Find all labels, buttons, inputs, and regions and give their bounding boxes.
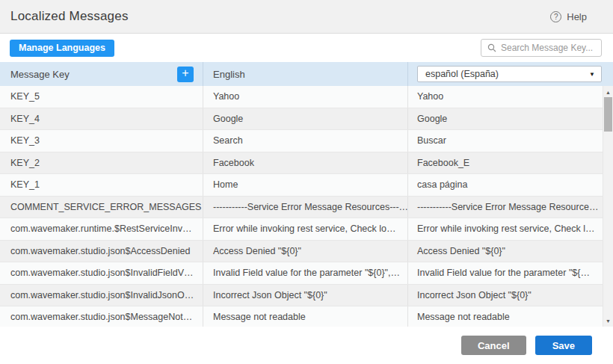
column-header-english: English (203, 62, 408, 86)
localized-messages-dialog: Localized Messages ? Help Manage Languag… (0, 0, 613, 364)
table-row: com.wavemaker.runtime.$RestServiceInv… E… (0, 218, 603, 241)
chevron-down-icon: ▼ (589, 71, 595, 78)
add-language-button[interactable]: + (177, 67, 194, 82)
language-select[interactable]: español (España) ▼ (417, 66, 602, 82)
table-row: KEY_5 Yahoo Yahoo (0, 86, 603, 108)
cell-key: com.wavemaker.studio.json$InvalidFieldV… (0, 262, 203, 284)
cell-english[interactable]: Message not readable (203, 306, 408, 327)
search-input[interactable] (501, 43, 595, 53)
table-row: com.wavemaker.studio.json$InvalidJsonO… … (0, 285, 603, 307)
search-box (481, 39, 602, 57)
table-row: KEY_4 Google Google (0, 108, 603, 131)
cell-key: com.wavemaker.studio.json$AccessDenied (0, 241, 203, 262)
cell-translation[interactable]: Incorrect Json Object "${0}" (408, 285, 603, 306)
cancel-button[interactable]: Cancel (461, 336, 526, 355)
cell-translation[interactable]: Yahoo (408, 86, 603, 108)
cell-english[interactable]: -----------Service Error Message Resourc… (203, 197, 408, 218)
scrollbar-thumb[interactable] (604, 97, 612, 132)
column-header-message-key: Message Key + (0, 62, 203, 86)
english-label: English (213, 69, 245, 80)
cell-translation[interactable]: -----------Service Error Message Resourc… (408, 197, 603, 218)
table-row: KEY_2 Facebook Facebook_E (0, 152, 603, 175)
table-row: com.wavemaker.studio.json$MessageNot… Me… (0, 306, 603, 327)
cell-english[interactable]: Search (203, 130, 408, 152)
cell-key: com.wavemaker.runtime.$RestServiceInv… (0, 218, 203, 240)
cell-translation[interactable]: casa página (408, 174, 603, 196)
table-row: KEY_3 Search Buscar (0, 130, 603, 152)
vertical-scrollbar[interactable]: ▲ ▼ (603, 86, 613, 327)
help-label: Help (567, 11, 587, 22)
cell-key: KEY_2 (0, 152, 203, 174)
help-button[interactable]: ? Help (550, 11, 587, 22)
toolbar: Manage Languages (0, 34, 613, 62)
table-row: COMMENT_SERVICE_ERROR_MESSAGES ---------… (0, 197, 603, 219)
footer: Cancel Save (0, 327, 613, 364)
cell-english[interactable]: Facebook (203, 152, 408, 174)
table-row: KEY_1 Home casa página (0, 174, 603, 197)
cell-english[interactable]: Yahoo (203, 86, 408, 108)
cell-translation[interactable]: Facebook_E (408, 152, 603, 174)
cell-key: KEY_5 (0, 86, 203, 108)
manage-languages-button[interactable]: Manage Languages (10, 40, 114, 57)
column-header-language: español (España) ▼ (408, 62, 613, 86)
message-key-label: Message Key (10, 69, 70, 80)
cell-translation[interactable]: Error while invoking rest service, Check… (408, 218, 603, 240)
cell-key: KEY_4 (0, 108, 203, 130)
search-icon (487, 43, 496, 52)
save-button[interactable]: Save (535, 336, 592, 355)
cell-key: com.wavemaker.studio.json$MessageNot… (0, 306, 203, 327)
cell-key: KEY_3 (0, 130, 203, 152)
language-select-value: español (España) (425, 69, 499, 79)
table-header: Message Key + English español (España) ▼ (0, 62, 613, 86)
cell-english[interactable]: Home (203, 174, 408, 196)
cell-key: KEY_1 (0, 174, 203, 196)
cell-english[interactable]: Error while invoking rest service, Check… (203, 218, 408, 240)
scroll-down-icon[interactable]: ▼ (603, 316, 613, 325)
cell-translation[interactable]: Message not readable (408, 306, 603, 327)
cell-english[interactable]: Invalid Field value for the parameter "$… (203, 262, 408, 284)
cell-translation[interactable]: Invalid Field value for the parameter "$… (408, 262, 603, 284)
cell-translation[interactable]: Buscar (408, 130, 603, 152)
plus-icon: + (182, 67, 188, 79)
title-bar: Localized Messages ? Help (0, 0, 613, 34)
page-title: Localized Messages (10, 9, 129, 24)
help-question-icon: ? (550, 11, 561, 22)
table-body: KEY_5 Yahoo Yahoo KEY_4 Google Google KE… (0, 86, 603, 327)
scroll-up-icon[interactable]: ▲ (603, 87, 613, 96)
cell-english[interactable]: Google (203, 108, 408, 130)
table-row: com.wavemaker.studio.json$InvalidFieldV…… (0, 262, 603, 285)
table-row: com.wavemaker.studio.json$AccessDenied A… (0, 241, 603, 263)
cell-english[interactable]: Access Denied "${0}" (203, 241, 408, 262)
cell-translation[interactable]: Google (408, 108, 603, 130)
table-body-viewport: KEY_5 Yahoo Yahoo KEY_4 Google Google KE… (0, 86, 613, 327)
cell-key: com.wavemaker.studio.json$InvalidJsonO… (0, 285, 203, 306)
cell-translation[interactable]: Access Denied "${0}" (408, 241, 603, 262)
cell-key: COMMENT_SERVICE_ERROR_MESSAGES (0, 197, 203, 218)
cell-english[interactable]: Incorrect Json Object "${0}" (203, 285, 408, 306)
